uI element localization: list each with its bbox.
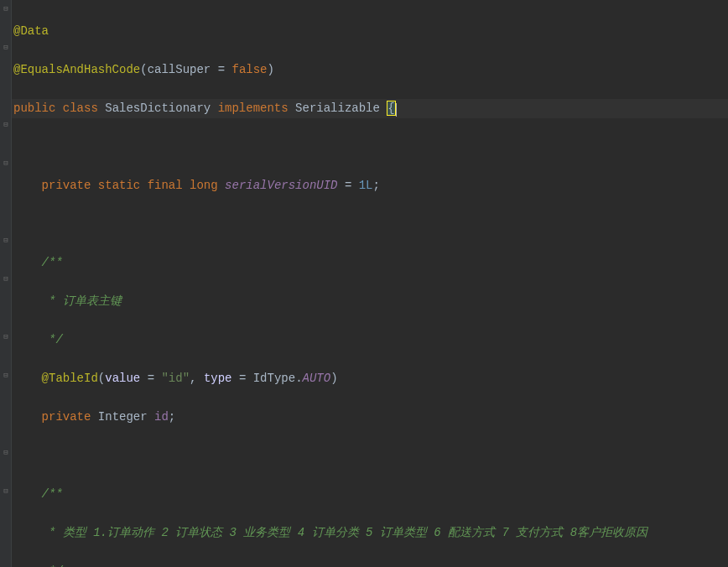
fold-icon[interactable]: ⊟ (2, 275, 10, 284)
code-line (12, 446, 728, 466)
cursor (396, 103, 397, 117)
code-line-current: public class SalesDictionary implements … (12, 99, 728, 118)
code-line: @EqualsAndHashCode(callSuper = false) (12, 60, 728, 80)
code-editor[interactable]: @Data @EqualsAndHashCode(callSuper = fal… (0, 0, 728, 567)
code-line (12, 138, 728, 157)
code-line (12, 215, 728, 234)
fold-icon[interactable]: ⊟ (2, 44, 10, 52)
fold-icon[interactable]: ⊟ (2, 121, 10, 129)
fold-icon[interactable]: ⊟ (2, 333, 10, 341)
fold-icon[interactable]: ⊟ (2, 372, 10, 380)
code-line: /** (12, 253, 728, 273)
fold-icon[interactable]: ⊟ (2, 5, 10, 13)
code-line: @Data (12, 22, 728, 41)
editor-gutter: ⊟ ⊟ ⊟ ⊟ ⊟ ⊟ ⊟ ⊟ ⊟ ⊟ (0, 0, 12, 567)
code-line: * 订单表主键 (12, 292, 728, 311)
code-line: */ (12, 562, 728, 567)
code-line: * 类型 1.订单动作 2 订单状态 3 业务类型 4 订单分类 5 订单类型 … (12, 523, 728, 543)
code-line: @TableId(value = "id", type = IdType.AUT… (12, 369, 728, 388)
fold-icon[interactable]: ⊟ (2, 487, 10, 496)
code-line: private static final long serialVersionU… (12, 176, 728, 195)
fold-icon[interactable]: ⊟ (2, 159, 10, 168)
fold-icon[interactable]: ⊟ (2, 449, 10, 457)
code-line: private Integer id; (12, 408, 728, 427)
fold-icon[interactable]: ⊟ (2, 237, 10, 245)
code-line: /** (12, 485, 728, 504)
code-line: */ (12, 330, 728, 350)
